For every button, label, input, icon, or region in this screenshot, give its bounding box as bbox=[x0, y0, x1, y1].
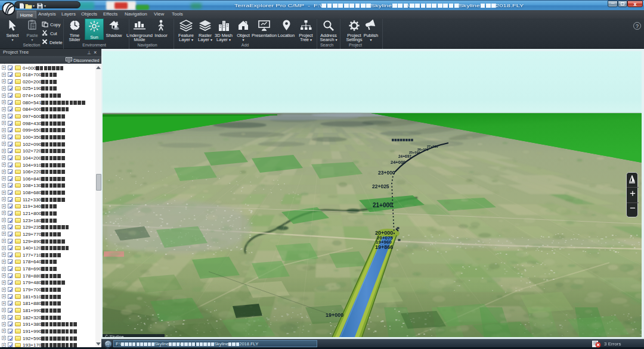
svg-text:24+697: 24+697 bbox=[398, 154, 411, 158]
svg-text:21+000: 21+000 bbox=[373, 202, 393, 208]
svg-text:22+025: 22+025 bbox=[372, 183, 389, 189]
svg-text:24+000: 24+000 bbox=[391, 160, 405, 165]
svg-text:27+000: 27+000 bbox=[427, 145, 438, 148]
svg-text:23+000: 23+000 bbox=[378, 170, 395, 176]
svg-text:19+000: 19+000 bbox=[326, 312, 343, 318]
svg-text:19+866: 19+866 bbox=[375, 244, 393, 250]
